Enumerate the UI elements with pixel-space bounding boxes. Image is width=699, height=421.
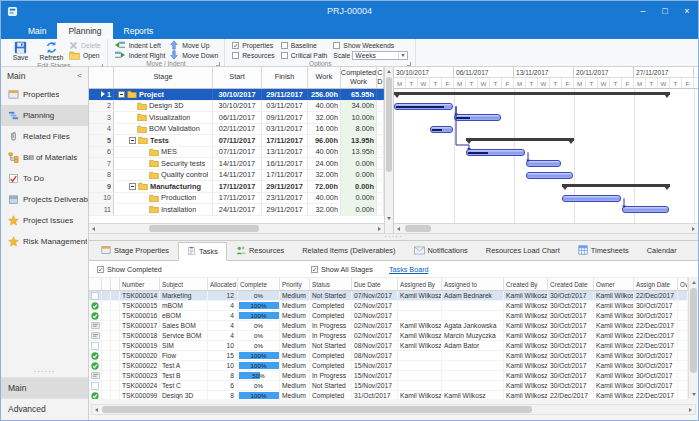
scale-select[interactable]: Weeks <box>352 51 408 60</box>
stage-col-rownum[interactable] <box>89 67 114 88</box>
task-row[interactable]: TSK000023 Test B 8 50% Medium In Progres… <box>89 371 688 381</box>
maximize-icon[interactable]: □ <box>654 1 676 21</box>
task-col-assigned-to[interactable]: Assigned to <box>442 278 504 290</box>
task-col-created-date[interactable]: Created Date <box>548 278 594 290</box>
stage-row[interactable]: 5 Tests 07/11/2017 17/11/2017 96.00h 13.… <box>89 135 384 147</box>
tab-resources[interactable]: Resources <box>227 241 293 260</box>
delete-button[interactable]: Delete <box>69 40 101 50</box>
stage-col-stage[interactable]: Stage <box>114 67 213 88</box>
stage-grid-vscrollbar[interactable] <box>384 67 394 233</box>
tab-related-items-deliverables[interactable]: Related Items (Deliverables) <box>293 242 404 260</box>
properties-checkbox[interactable]: ✓Properties <box>232 40 275 50</box>
task-col-subject[interactable]: Subject <box>160 278 208 290</box>
stage-row[interactable]: 2 Design 3D 30/10/2017 03/11/2017 40.00h… <box>89 101 384 113</box>
stage-row[interactable]: 6 MES 07/11/2017 13/11/2017 40.00h 13.95… <box>89 147 384 159</box>
ribbon-tab-reports[interactable]: Reports <box>113 23 165 39</box>
task-row[interactable]: TSK000020 Flow 15 100% Medium Completed … <box>89 351 688 361</box>
task-row[interactable]: TSK000016 eBOM 4 100% Medium Completed 0… <box>89 311 688 321</box>
task-row[interactable]: TSK000022 Test A 10 100% Medium Complete… <box>89 361 688 371</box>
task-col-complete[interactable]: Complete <box>238 278 280 290</box>
stage-col-completed-work[interactable]: Completed Work <box>341 67 377 88</box>
collapse-icon[interactable] <box>129 137 136 144</box>
baseline-checkbox[interactable]: Baseline <box>281 40 328 50</box>
minimize-icon[interactable]: – <box>632 1 654 21</box>
task-table-vscrollbar[interactable] <box>688 278 698 399</box>
stage-grid-hscrollbar[interactable] <box>89 223 384 233</box>
stage-col-clipped[interactable]: CD <box>377 67 384 88</box>
stage-col-start[interactable]: Start <box>213 67 262 88</box>
task-col-owner[interactable]: Owner <box>594 278 634 290</box>
sidebar-item-project-issues[interactable]: Project Issues <box>1 210 88 231</box>
show-all-stages-checkbox[interactable]: ✓ Show All Stages <box>311 261 373 277</box>
stage-row[interactable]: 7 Security tests 14/11/2017 16/11/2017 2… <box>89 158 384 170</box>
stage-row[interactable]: 9 Manufacturing 17/11/2017 29/11/2017 72… <box>89 181 384 193</box>
task-row[interactable]: TSK000099 Design 3D 8 100% Medium Comple… <box>89 391 688 399</box>
task-col-number[interactable]: Number <box>120 278 160 290</box>
stage-row[interactable]: 11 Installation 24/11/2017 29/11/2017 32… <box>89 204 384 216</box>
task-col-icon[interactable] <box>89 278 102 290</box>
sidebar-item-related-files[interactable]: Related Files <box>1 126 88 147</box>
open-button[interactable]: Open <box>69 50 101 60</box>
dialog-launcher-icon[interactable] <box>407 62 411 66</box>
sidebar-item-bill-of-materials[interactable]: Bill of Materials <box>1 147 88 168</box>
resources-checkbox[interactable]: Resources <box>232 50 275 60</box>
task-col-priority[interactable]: Priority <box>280 278 310 290</box>
dialog-launcher-icon[interactable] <box>216 62 220 66</box>
task-col-overdue-days[interactable]: Overdue (Days) <box>678 278 688 290</box>
collapse-sidebar-icon[interactable]: < <box>77 71 82 80</box>
sidebar-section-advanced[interactable]: Advanced <box>1 398 88 419</box>
sidebar-item-risk-management[interactable]: Risk Management <box>1 231 88 252</box>
close-icon[interactable]: × <box>676 1 698 21</box>
gantt-chart-body[interactable] <box>394 89 698 223</box>
task-col-icon[interactable] <box>102 278 111 290</box>
gantt-chart-hscrollbar[interactable] <box>394 223 698 233</box>
tab-stage-properties[interactable]: Stage Properties <box>92 241 178 260</box>
task-col-icon[interactable] <box>111 278 120 290</box>
sidebar-item-projects-deliverables[interactable]: Projects Deliverables <box>1 189 88 210</box>
move-down-button[interactable]: Move Down <box>169 50 218 60</box>
stage-row[interactable]: 1 Project 30/10/2017 29/11/2017 256.00h … <box>89 89 384 101</box>
tab-timesheets[interactable]: Timesheets <box>569 241 638 260</box>
sidebar-section-main[interactable]: Main <box>1 377 88 398</box>
stage-row[interactable]: 4 BOM Validation 02/11/2017 03/11/2017 1… <box>89 124 384 136</box>
task-table-hscrollbar[interactable] <box>91 404 696 415</box>
tab-calendar[interactable]: Calendar <box>638 242 686 260</box>
sidebar-item-to-do[interactable]: To Do <box>1 168 88 189</box>
scale-dropdown-icon[interactable] <box>398 52 407 59</box>
collapse-icon[interactable] <box>129 183 136 190</box>
sidebar-item-planning[interactable]: Planning <box>1 105 88 126</box>
ribbon-tab-planning[interactable]: Planning <box>57 23 112 39</box>
sidebar-splitter-handle[interactable]: ······ <box>1 368 88 377</box>
stage-row[interactable]: 8 Quality control 14/11/2017 17/11/2017 … <box>89 170 384 182</box>
pane-splitter[interactable]: ····· <box>89 233 698 241</box>
tasks-board-link[interactable]: Tasks Board <box>389 261 429 277</box>
task-row[interactable]: TSK000014 Marketing 12 0% Medium Not Sta… <box>89 291 688 301</box>
stage-row[interactable]: 3 Visualization 06/11/2017 09/11/2017 32… <box>89 112 384 124</box>
show-weekends-checkbox[interactable]: Show Weekends <box>333 40 408 50</box>
task-row[interactable]: TSK000018 Service BOM 4 0% Medium In Pro… <box>89 331 688 341</box>
stage-row[interactable]: 10 Production 17/11/2017 23/11/2017 40.0… <box>89 193 384 205</box>
indent-right-button[interactable]: Indent Right <box>114 50 166 60</box>
critical-path-checkbox[interactable]: Critical Path <box>281 50 328 60</box>
task-col-allocated[interactable]: Allocated <box>208 278 238 290</box>
task-col-assign-date[interactable]: Assign Date <box>634 278 678 290</box>
task-row[interactable]: TSK000019 SIM 10 0% Medium Not Started 0… <box>89 341 688 351</box>
move-up-button[interactable]: Move Up <box>169 40 218 50</box>
sidebar-item-properties[interactable]: Properties <box>1 84 88 105</box>
stage-col-finish[interactable]: Finish <box>262 67 308 88</box>
tab-tasks[interactable]: Tasks <box>178 242 227 261</box>
ribbon-tab-main[interactable]: Main <box>17 23 57 39</box>
collapse-icon[interactable] <box>118 91 125 98</box>
task-row[interactable]: TSK000017 Sales BOM 4 0% Medium In Progr… <box>89 321 688 331</box>
save-button[interactable]: Save <box>5 40 36 62</box>
tab-notifications[interactable]: Notifications <box>405 242 477 260</box>
task-row[interactable]: TSK000024 Test C 6 0% Medium Not Started… <box>89 381 688 391</box>
refresh-button[interactable]: Refresh <box>36 40 67 62</box>
show-completed-checkbox[interactable]: ✓ Show Completed <box>97 261 162 277</box>
task-col-status[interactable]: Status <box>310 278 352 290</box>
tab-resources-load-chart[interactable]: Resources Load Chart <box>477 242 569 260</box>
task-row[interactable]: TSK000015 mBOM 4 100% Medium Completed 0… <box>89 301 688 311</box>
stage-col-work[interactable]: Work <box>308 67 341 88</box>
task-col-assigned-by[interactable]: Assigned By <box>398 278 442 290</box>
task-col-created-by[interactable]: Created By <box>504 278 548 290</box>
